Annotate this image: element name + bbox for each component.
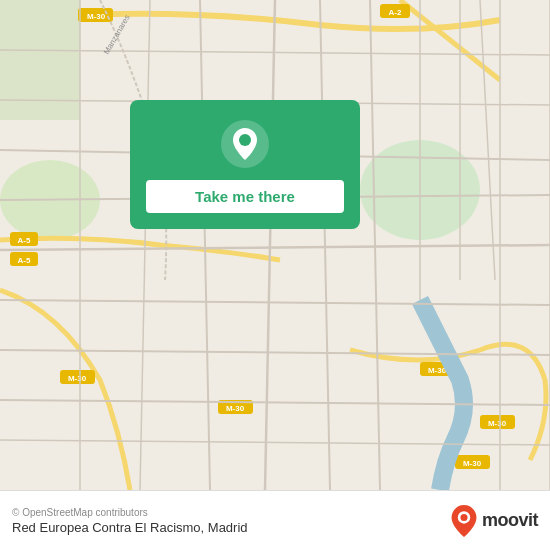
map-roads: M-30 A-2 A-5 A-5 M-30 M-30 M-30 M-30 M-3… bbox=[0, 0, 550, 490]
svg-text:M-30: M-30 bbox=[488, 419, 507, 428]
svg-text:A-5: A-5 bbox=[18, 256, 31, 265]
moovit-pin-icon bbox=[450, 505, 478, 537]
svg-text:A-2: A-2 bbox=[389, 8, 402, 17]
svg-point-44 bbox=[239, 134, 251, 146]
svg-rect-2 bbox=[0, 0, 80, 120]
svg-text:M-30: M-30 bbox=[463, 459, 482, 468]
svg-point-46 bbox=[460, 513, 467, 520]
svg-text:M-30: M-30 bbox=[226, 404, 245, 413]
svg-text:A-5: A-5 bbox=[18, 236, 31, 245]
map-container: M-30 A-2 A-5 A-5 M-30 M-30 M-30 M-30 M-3… bbox=[0, 0, 550, 490]
location-card: Take me there bbox=[130, 100, 360, 229]
location-name: Red Europea Contra El Racismo, Madrid bbox=[12, 520, 248, 535]
svg-text:M-30: M-30 bbox=[87, 12, 106, 21]
moovit-logo: moovit bbox=[450, 505, 538, 537]
bottom-bar: © OpenStreetMap contributors Red Europea… bbox=[0, 490, 550, 550]
moovit-text: moovit bbox=[482, 510, 538, 531]
take-me-there-button[interactable]: Take me there bbox=[146, 180, 344, 213]
svg-text:M-30: M-30 bbox=[68, 374, 87, 383]
attribution-text: © OpenStreetMap contributors bbox=[12, 507, 248, 518]
location-pin-icon bbox=[221, 120, 269, 168]
bottom-info: © OpenStreetMap contributors Red Europea… bbox=[12, 507, 248, 535]
